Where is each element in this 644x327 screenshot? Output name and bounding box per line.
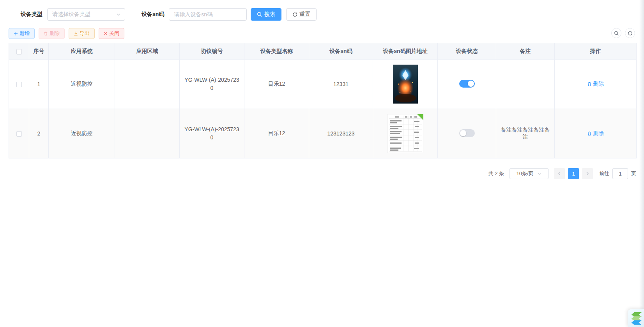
cell-protocol-no: YG-WLW-(A)-20257230 [180,60,244,109]
row-checkbox[interactable] [16,82,22,87]
table-row: 2 近视防控 YG-WLW-(A)-20257230 目乐12 12312312… [9,109,637,158]
column-header-protocol-no: 协议编号 [180,43,244,60]
device-type-placeholder: 请选择设备类型 [52,11,90,18]
row-delete-link[interactable]: 删除 [587,81,604,88]
pagination-bar: 共 2 条 10条/页 1 前往 页 [488,168,636,179]
column-header-sn-image: 设备sn码图片地址 [373,43,438,60]
export-button[interactable]: 导出 [69,28,95,39]
device-type-label: 设备类型 [21,11,42,18]
search-circle-button[interactable] [611,28,621,38]
device-sn-label: 设备sn码 [142,11,164,18]
refresh-icon [292,12,297,17]
cell-app-area [115,109,180,158]
goto-suffix: 页 [631,170,636,177]
column-header-device-type-name: 设备类型名称 [244,43,309,60]
table-header-row: 序号 应用系统 应用区域 协议编号 设备类型名称 设备sn码 设备sn码图片地址… [9,43,637,60]
search-button-label: 搜索 [264,11,275,18]
download-icon [74,31,78,36]
page-number-button[interactable]: 1 [568,168,579,179]
table-row: 1 近视防控 YG-WLW-(A)-20257230 目乐12 12331 [9,60,637,109]
cell-index: 2 [29,109,49,158]
chevron-down-icon [538,172,542,176]
floating-widget-button[interactable] [628,309,644,327]
filter-bar: 设备类型 请选择设备类型 设备sn码 搜索 重置 [21,8,317,21]
device-type-select[interactable]: 请选择设备类型 [47,8,125,21]
close-button-label: 关闭 [109,30,119,37]
device-sn-input[interactable] [174,11,242,18]
goto-label: 前往 [599,170,609,177]
status-toggle[interactable] [459,129,475,137]
column-header-sn: 设备sn码 [309,43,373,60]
cell-protocol-no: YG-WLW-(A)-20257230 [180,109,244,158]
column-header-app-area: 应用区域 [115,43,180,60]
search-icon [257,12,262,17]
device-sn-input-wrapper [169,8,247,21]
select-all-checkbox[interactable] [16,49,22,54]
search-button[interactable]: 搜索 [251,8,281,21]
column-header-app-system: 应用系统 [49,43,115,60]
device-table: 序号 应用系统 应用区域 协议编号 设备类型名称 设备sn码 设备sn码图片地址… [9,43,637,158]
add-button[interactable]: 新增 [9,28,35,39]
header-select-all-cell [9,43,29,60]
drawer-edge-shadow [639,0,644,327]
export-button-label: 导出 [80,30,90,37]
device-image-artwork[interactable] [393,65,418,104]
cell-device-type-name: 目乐12 [244,60,309,109]
page-size-select[interactable]: 10条/页 [510,168,548,179]
angle-left-icon [557,171,561,176]
refresh-icon [628,31,633,36]
goto-page-input[interactable] [612,168,628,179]
page-size-value: 10条/页 [516,170,533,177]
delete-button[interactable]: 删除 [39,28,65,39]
row-delete-label: 删除 [593,81,604,88]
trash-icon [44,31,48,36]
trash-icon [587,131,592,136]
cell-app-area [115,60,180,109]
search-icon [614,31,619,36]
cell-remark: 备注备注备注备注备注 [496,109,555,158]
device-image-document[interactable] [387,114,423,153]
trash-icon [587,81,592,86]
cell-index: 1 [29,60,49,109]
chevron-down-icon [116,12,121,17]
cell-actions: 删除 [555,109,637,158]
refresh-circle-button[interactable] [625,28,635,38]
prev-page-button[interactable] [554,168,565,179]
status-toggle[interactable] [459,80,475,88]
column-header-status: 设备状态 [438,43,496,60]
pagination-total: 共 2 条 [488,170,504,177]
cell-app-system: 近视防控 [49,109,115,158]
delete-button-label: 删除 [50,30,60,37]
close-button[interactable]: 关闭 [99,28,124,39]
row-checkbox[interactable] [16,131,22,137]
cell-sn-image [373,109,438,158]
reset-button-label: 重置 [299,11,310,18]
add-button-label: 新增 [19,30,30,37]
cell-sn: 12331 [309,60,373,109]
column-header-remark: 备注 [496,43,555,60]
cell-app-system: 近视防控 [49,60,115,109]
cell-sn: 123123123 [309,109,373,158]
close-icon [104,32,108,35]
cell-actions: 删除 [555,60,637,109]
plus-icon [14,32,18,36]
cell-device-type-name: 目乐12 [244,109,309,158]
column-header-index: 序号 [29,43,49,60]
cell-remark [496,60,555,109]
next-page-button[interactable] [582,168,593,179]
chevron-layers-icon [630,311,642,325]
row-delete-label: 删除 [593,130,604,137]
toolbar: 新增 删除 导出 关闭 [9,28,124,39]
row-delete-link[interactable]: 删除 [587,130,604,137]
angle-right-icon [586,171,589,176]
column-header-actions: 操作 [555,43,637,60]
device-management-page: 设备类型 请选择设备类型 设备sn码 搜索 重置 [0,0,644,327]
cell-sn-image [373,60,438,109]
reset-button[interactable]: 重置 [286,8,317,21]
cell-status [438,60,496,109]
cell-status [438,109,496,158]
